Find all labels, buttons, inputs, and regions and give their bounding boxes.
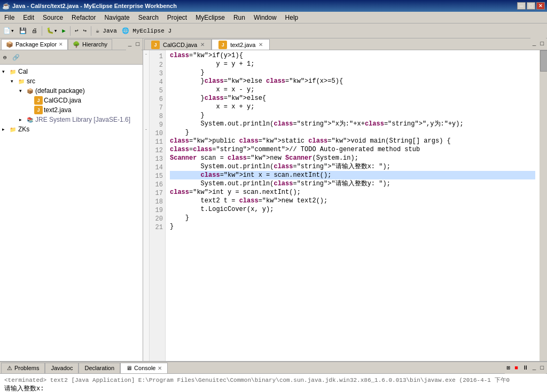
- tree-item-jre[interactable]: ▸ 📚 JRE System Library [JavaSE-1.6]: [0, 115, 143, 124]
- console-suspend[interactable]: ⏸: [520, 362, 530, 374]
- menu-project[interactable]: Project: [163, 12, 191, 23]
- arrow-zks: ▸: [2, 127, 7, 132]
- code-line: text2 t = class="kw">new text2();: [170, 197, 535, 205]
- calgcd-tab-close[interactable]: ✕: [200, 42, 205, 48]
- code-editor[interactable]: class="kw">if(y>1){ y = y + 1; } }class=…: [166, 50, 540, 361]
- calgcd-tab-icon: J: [151, 41, 160, 49]
- toolbar-btn-4[interactable]: ↪: [81, 25, 89, 37]
- tree-item-text2[interactable]: ▸ J text2.java: [0, 105, 143, 115]
- menu-file[interactable]: File: [0, 12, 19, 23]
- toolbar-sep-3: [91, 26, 91, 36]
- collapse-all-button[interactable]: ⊖: [1, 51, 9, 63]
- tree-item-default-package[interactable]: ▾ 📦 (default package): [0, 86, 143, 96]
- tab-hierarchy[interactable]: 🌳 Hierarchy: [68, 39, 112, 50]
- editor-tab-calgcd[interactable]: J CalGCD.java ✕: [144, 39, 212, 50]
- link-editor-button[interactable]: 🔗: [10, 51, 22, 63]
- tab-console[interactable]: 🖥 Console ✕: [120, 363, 168, 373]
- explorer-minimize[interactable]: _: [126, 38, 134, 50]
- explorer-maximize[interactable]: □: [134, 38, 142, 50]
- console-stop[interactable]: ■: [512, 362, 520, 374]
- perspective-java[interactable]: ☕ Java: [93, 25, 119, 37]
- code-line: class="kw">int y = scan.nextInt();: [170, 188, 535, 197]
- menu-myeclipse[interactable]: MyEclipse: [191, 12, 229, 23]
- code-line: }: [170, 214, 535, 222]
- code-line: t.LogicCover(x, y);: [170, 205, 535, 214]
- minimize-button[interactable]: ─: [517, 2, 526, 10]
- console-icon: 🖥: [126, 365, 132, 371]
- code-line: y = y + 1;: [170, 60, 535, 68]
- tree-item-src[interactable]: ▾ 📁 src: [0, 76, 143, 86]
- editor-maximize[interactable]: □: [538, 38, 546, 50]
- menu-navigate[interactable]: Navigate: [100, 12, 134, 23]
- console-label: Console: [134, 365, 155, 371]
- title-bar: ☕ Java - Cal/src/text2.java - MyEclipse …: [0, 0, 547, 12]
- bottom-minimize[interactable]: _: [530, 362, 538, 374]
- text2-tab-label: text2.java: [230, 42, 255, 48]
- text2-tab-close[interactable]: ✕: [259, 42, 263, 48]
- text2-label: text2.java: [44, 106, 71, 114]
- code-line: }: [170, 111, 535, 120]
- menu-refactor[interactable]: Refactor: [67, 12, 100, 23]
- tree-item-calgcd[interactable]: ▸ J CalGCD.java: [0, 96, 143, 105]
- editor-minimize[interactable]: _: [530, 38, 538, 50]
- arrow-calgcd: ▸: [28, 98, 33, 103]
- toolbar-area: 📄▾ 💾 🖨 🐛▾ ▶ ↩ ↪ ☕ Java 🌐 MyEclipse J: [0, 23, 547, 38]
- run-button[interactable]: ▶: [60, 25, 68, 37]
- menu-source[interactable]: Source: [38, 12, 67, 23]
- gutter-minus2: -: [143, 57, 149, 132]
- code-line: System.out.println(class="string">"请输入整数…: [170, 162, 535, 171]
- arrow-cal: ▾: [2, 69, 7, 74]
- title-text: Java - Cal/src/text2.java - MyEclipse En…: [12, 3, 177, 9]
- save-button[interactable]: 💾: [17, 25, 29, 37]
- main-area: 📦 Package Explor ✕ 🌳 Hierarchy _ □ ⊖ 🔗 ▾…: [0, 38, 547, 361]
- tab-problems[interactable]: ⚠ Problems: [1, 363, 45, 373]
- code-line: }: [170, 128, 535, 137]
- menu-edit[interactable]: Edit: [19, 12, 38, 23]
- arrow-jre: ▸: [19, 117, 25, 122]
- code-line: x = x - y;: [170, 85, 535, 94]
- bottom-panel: ⚠ Problems Javadoc Declaration 🖥 Console…: [0, 361, 547, 392]
- tab-close-explorer[interactable]: ✕: [59, 42, 63, 47]
- code-line: class="kw">if(y>1){: [170, 51, 535, 60]
- toolbar-btn-3[interactable]: ↩: [73, 25, 81, 37]
- print-button[interactable]: 🖨: [29, 25, 40, 37]
- code-line: Scanner scan = class="kw">new Scanner(Sy…: [170, 154, 535, 162]
- new-button[interactable]: 📄▾: [1, 25, 17, 37]
- zks-project-icon: 📁: [9, 125, 17, 134]
- editor-tab-text2[interactable]: J text2.java ✕: [212, 39, 270, 50]
- console-clear[interactable]: ⊠: [505, 362, 513, 374]
- bottom-maximize[interactable]: □: [538, 362, 546, 374]
- title-bar-title: ☕ Java - Cal/src/text2.java - MyEclipse …: [2, 2, 177, 10]
- perspective-myeclipse[interactable]: 🌐 MyEclipse J: [120, 25, 174, 37]
- zks-label: ZKs: [18, 126, 29, 133]
- menu-help[interactable]: Help: [281, 12, 303, 23]
- line-numbers: 123456789101112131415161718192021: [150, 50, 166, 361]
- cal-project-icon: 📁: [9, 67, 17, 76]
- code-line: class=class="string">"comment">// TODO A…: [170, 145, 535, 154]
- console-tab-close[interactable]: ✕: [158, 365, 162, 371]
- bottom-tabs: ⚠ Problems Javadoc Declaration 🖥 Console…: [0, 362, 547, 374]
- console-line-1: 请输入整数x:: [4, 384, 543, 392]
- menu-window[interactable]: Window: [249, 12, 281, 23]
- code-line: }class="kw">else{: [170, 94, 535, 103]
- menu-run[interactable]: Run: [229, 12, 249, 23]
- tab-package-explorer[interactable]: 📦 Package Explor ✕: [1, 39, 68, 50]
- menu-search[interactable]: Search: [134, 12, 163, 23]
- maximize-button[interactable]: □: [527, 2, 535, 10]
- editor-scrollbar[interactable]: [540, 50, 547, 361]
- close-button[interactable]: ✕: [536, 2, 545, 10]
- console-content: <terminated> text2 [Java Application] E:…: [0, 374, 547, 392]
- calgcd-java-icon: J: [34, 96, 43, 105]
- code-area: J CalGCD.java ✕ J text2.java ✕ _ □ - - 1…: [143, 38, 547, 361]
- arrow-src: ▾: [11, 79, 16, 84]
- tree-item-cal[interactable]: ▾ 📁 Cal: [0, 67, 143, 76]
- code-line: }: [170, 222, 535, 231]
- console-path: <terminated> text2 [Java Application] E:…: [4, 376, 543, 384]
- tab-javadoc[interactable]: Javadoc: [45, 363, 79, 373]
- package-icon-default: 📦: [26, 87, 34, 95]
- tab-declaration[interactable]: Declaration: [79, 363, 120, 373]
- debug-button[interactable]: 🐛▾: [44, 25, 60, 37]
- editor-outer: - - 123456789101112131415161718192021 cl…: [143, 50, 547, 361]
- cal-label: Cal: [18, 68, 28, 75]
- tree-item-zks[interactable]: ▸ 📁 ZKs: [0, 124, 143, 134]
